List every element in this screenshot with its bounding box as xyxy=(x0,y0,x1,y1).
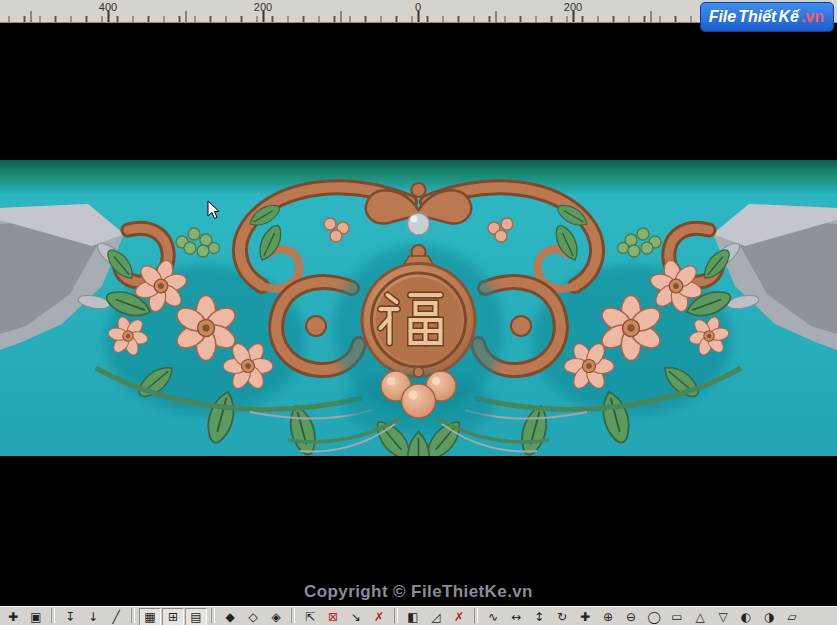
toolbar-button-snap-corner[interactable]: ⇱ xyxy=(299,608,321,625)
toolbar-button-half-tone[interactable]: ◧ xyxy=(402,608,424,625)
logo-text-file: File xyxy=(709,9,737,25)
filethietke-logo: File Thiết Kế .vn xyxy=(700,2,834,32)
toolbar-button-origin-marker[interactable]: ✚ xyxy=(2,608,24,625)
toolbar-button-scale-vertical[interactable]: ↕ xyxy=(528,608,550,625)
toolbar-button-zoom-out[interactable]: ⊖ xyxy=(620,608,642,625)
toolbar-button-shade-left[interactable]: ◐ xyxy=(735,608,757,625)
medallion: 福 xyxy=(361,262,477,378)
toolbar-button-layer-display[interactable]: ▤ xyxy=(185,608,207,625)
logo-text-thiet: Thiết xyxy=(738,9,776,25)
toolbar-button-mesh-display[interactable]: ▦ xyxy=(139,608,161,625)
toolbar-button-rectangle-tool[interactable]: ▭ xyxy=(666,608,688,625)
toolbar-button-zoom-in[interactable]: ⊕ xyxy=(597,608,619,625)
toolbar-button-drop-to-surface[interactable]: ↧ xyxy=(59,608,81,625)
toolbar-button-grid-display[interactable]: ⊞ xyxy=(162,608,184,625)
toolbar-separator xyxy=(291,608,295,623)
toolbar-separator xyxy=(51,608,55,623)
bottom-toolbar: ✚▣↧↓╱▦⊞▤◆◇◈⇱⊠↘✗◧◿✗∿↔↕↻✚⊕⊖◯▭△▽◐◑▱ xyxy=(0,606,837,625)
app-window: 400 200 0 200 400 File Thiết Kế .vn xyxy=(0,0,837,625)
toolbar-separator xyxy=(474,608,478,623)
toolbar-button-shade-right[interactable]: ◑ xyxy=(758,608,780,625)
toolbar-button-diamond-center[interactable]: ◈ xyxy=(265,608,287,625)
toolbar-button-add-point[interactable]: ✚ xyxy=(574,608,596,625)
pearl-bead xyxy=(408,213,430,235)
ruler-label: 400 xyxy=(99,1,117,13)
toolbar-button-triangle-patch[interactable]: ◿ xyxy=(425,608,447,625)
toolbar-button-offset-copy[interactable]: ↘ xyxy=(345,608,367,625)
toolbar-button-parallelogram-tool[interactable]: ▱ xyxy=(781,608,803,625)
logo-text-ke: Kế xyxy=(778,9,798,25)
toolbar-button-pick-object[interactable]: ▣ xyxy=(25,608,47,625)
toolbar-button-diamond-select[interactable]: ◆ xyxy=(219,608,241,625)
relief-render: 福 xyxy=(0,160,837,456)
toolbar-separator xyxy=(131,608,135,623)
copyright-watermark: Copyright © FileThietKe.vn xyxy=(0,582,837,602)
ruler-label: 200 xyxy=(254,1,272,13)
logo-text-vn: .vn xyxy=(801,9,824,25)
toolbar-button-scale-horizontal[interactable]: ↔ xyxy=(505,608,527,625)
model-viewport[interactable]: 福 xyxy=(0,22,837,608)
toolbar-button-delete-selection[interactable]: ✗ xyxy=(368,608,390,625)
toolbar-button-rotate-tool[interactable]: ↻ xyxy=(551,608,573,625)
toolbar-button-diamond-outline[interactable]: ◇ xyxy=(242,608,264,625)
toolbar-separator xyxy=(211,608,215,623)
toolbar-button-circle-tool[interactable]: ◯ xyxy=(643,608,665,625)
toolbar-button-nudge-down[interactable]: ↓ xyxy=(82,608,104,625)
toolbar-button-triangle-tool[interactable]: △ xyxy=(689,608,711,625)
mouse-cursor xyxy=(207,200,221,220)
toolbar-button-inverted-triangle-tool[interactable]: ▽ xyxy=(712,608,734,625)
toolbar-button-draw-line[interactable]: ╱ xyxy=(105,608,127,625)
toolbar-button-smooth-curve[interactable]: ∿ xyxy=(482,608,504,625)
toolbar-separator xyxy=(394,608,398,623)
ruler-label: 0 xyxy=(415,1,421,13)
toolbar-button-remove-patch[interactable]: ✗ xyxy=(448,608,470,625)
toolbar-button-clear-region[interactable]: ⊠ xyxy=(322,608,344,625)
ruler-label: 200 xyxy=(564,1,582,13)
